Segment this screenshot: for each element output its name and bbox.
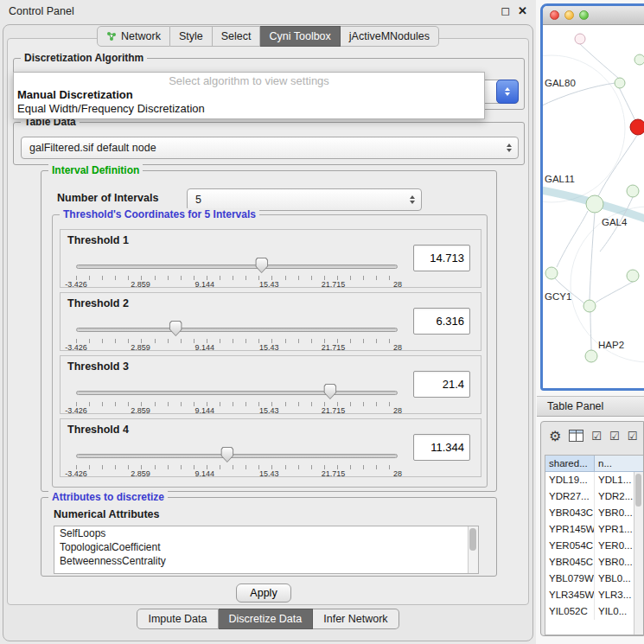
tab-style[interactable]: Style <box>170 26 213 47</box>
tab-infer-network[interactable]: Infer Network <box>313 609 399 629</box>
tab-select[interactable]: Select <box>213 26 261 47</box>
scale-label: 21.715 <box>322 469 346 478</box>
zoom-traffic-light-icon[interactable] <box>579 10 589 20</box>
table-scrollbar[interactable] <box>634 472 643 634</box>
close-icon[interactable]: ✕ <box>518 4 527 17</box>
close-traffic-light-icon[interactable] <box>550 10 559 20</box>
tab-discretize-data[interactable]: Discretize Data <box>219 609 314 629</box>
slider-thumb[interactable] <box>255 258 268 273</box>
list-item[interactable]: SelfLoops <box>54 526 478 540</box>
group-title: Attributes to discretize <box>48 491 168 503</box>
table-cell[interactable]: YDR27... <box>545 488 595 505</box>
scale-label: 9.144 <box>195 280 215 289</box>
network-node[interactable] <box>545 267 558 279</box>
column-selector-icon[interactable] <box>569 430 583 442</box>
network-node[interactable] <box>615 78 625 88</box>
list-scrollbar[interactable] <box>468 526 478 573</box>
number-of-intervals-label: Number of Intervals <box>57 192 158 204</box>
table-data-combobox[interactable]: galFiltered.sif default node <box>21 137 519 159</box>
slider-track[interactable] <box>76 454 398 458</box>
tab-impute-data[interactable]: Impute Data <box>137 609 218 629</box>
table-row[interactable]: YER054CYER0... <box>545 538 643 554</box>
scale-label: 28 <box>393 343 402 352</box>
scrollbar-thumb[interactable] <box>469 528 476 551</box>
table-row[interactable]: YBR043CYBR0... <box>545 505 643 521</box>
table-cell[interactable]: YLR345W <box>545 587 595 603</box>
threshold-2-value-field[interactable] <box>413 308 470 335</box>
network-node[interactable] <box>630 119 644 135</box>
slider-thumb[interactable] <box>220 447 233 462</box>
table-cell[interactable]: YPR145W <box>545 521 595 538</box>
checkbox-icon[interactable]: ☑ <box>591 430 602 443</box>
tab-cyni-toolbox[interactable]: Cyni Toolbox <box>260 26 340 47</box>
network-window-titlebar[interactable] <box>543 6 644 25</box>
scale-label: 2.859 <box>131 280 150 289</box>
threshold-1-value-field[interactable] <box>413 245 470 271</box>
dropdown-option-equal-width-frequency[interactable]: Equal Width/Frequency Discretization <box>14 102 484 116</box>
table-row[interactable]: YIL052CYIL0... <box>545 603 643 620</box>
scale-label: 2.859 <box>131 406 150 415</box>
network-node[interactable] <box>634 54 644 65</box>
threshold-label: Threshold 2 <box>67 297 129 309</box>
network-node[interactable] <box>586 195 603 213</box>
table-panel-header[interactable]: Table Panel <box>537 396 644 417</box>
threshold-1-row: Threshold 1 -3.426 2.859 9.144 15.43 21.… <box>60 229 481 288</box>
network-node[interactable] <box>583 300 596 312</box>
threshold-4-value-field[interactable] <box>413 434 470 461</box>
table-data-value: galFiltered.sif default node <box>29 142 156 154</box>
tab-jactivemnodules[interactable]: jActiveMNodules <box>341 26 439 47</box>
interval-definition-group: Interval Definition Number of Intervals … <box>41 170 497 492</box>
threshold-2-slider[interactable] <box>76 326 398 335</box>
slider-thumb[interactable] <box>169 321 182 336</box>
table-row[interactable]: YDR27...YDR2... <box>545 488 643 505</box>
checkbox-icon[interactable]: ☑ <box>628 430 638 443</box>
float-window-icon[interactable]: ◻ <box>501 4 510 17</box>
tab-network[interactable]: Network <box>97 26 170 47</box>
network-graph[interactable]: GAL80GAL11GAL4GCY1HAP2 <box>543 25 644 388</box>
slider-track[interactable] <box>76 391 398 395</box>
table-cell[interactable]: YER054C <box>545 538 595 554</box>
table-cell[interactable]: YBL079W <box>545 571 595 587</box>
table-row[interactable]: YLR345WYLR3... <box>545 587 643 603</box>
table-cell[interactable]: YIL052C <box>545 603 595 620</box>
network-node[interactable] <box>627 270 639 282</box>
scrollbar-thumb[interactable] <box>635 474 641 507</box>
table-cell[interactable]: YBR045C <box>545 554 595 571</box>
group-title: Interval Definition <box>48 164 143 176</box>
network-node[interactable] <box>575 34 585 44</box>
table-row[interactable]: YBR045CYBR0... <box>545 554 643 571</box>
network-node[interactable] <box>627 185 639 197</box>
slider-track[interactable] <box>76 265 398 269</box>
numerical-attributes-list[interactable]: SelfLoops TopologicalCoefficient Between… <box>54 526 479 574</box>
table-row[interactable]: YDL19...YDL1... <box>545 472 643 488</box>
gear-icon[interactable]: ⚙ <box>549 428 561 444</box>
threshold-1-slider[interactable] <box>76 263 398 271</box>
slider-thumb[interactable] <box>323 384 336 399</box>
network-node[interactable] <box>585 350 597 362</box>
table-cell[interactable]: YDL19... <box>545 472 595 488</box>
threshold-4-slider[interactable] <box>76 452 398 461</box>
table-row[interactable]: YBL079WYBL0... <box>545 571 643 587</box>
checkbox-icon[interactable]: ☑ <box>609 430 620 443</box>
scale-label: 28 <box>393 406 402 415</box>
scale-label: 2.859 <box>131 469 150 478</box>
apply-button[interactable]: Apply <box>236 583 291 603</box>
list-item[interactable]: BetweennessCentrality <box>54 554 478 568</box>
network-canvas[interactable]: GAL80GAL11GAL4GCY1HAP2 <box>543 25 644 388</box>
table-row[interactable]: YPR145WYPR1... <box>545 521 643 538</box>
column-header-name[interactable]: n... <box>595 456 643 472</box>
network-node-label: HAP2 <box>598 340 624 350</box>
column-header-shared-name[interactable]: shared... <box>545 456 595 472</box>
node-attribute-table: shared... n... YDL19...YDL1... YDR27...Y… <box>545 455 643 635</box>
threshold-coordinates-group: Threshold's Coordinates for 5 Intervals … <box>52 214 488 488</box>
minimize-traffic-light-icon[interactable] <box>564 10 574 20</box>
table-cell[interactable]: YBR043C <box>545 505 595 521</box>
threshold-3-value-field[interactable] <box>413 371 470 398</box>
threshold-3-slider[interactable] <box>76 389 398 398</box>
combobox-arrows-icon[interactable] <box>496 80 519 104</box>
dropdown-option-manual-discretization[interactable]: Manual Discretization <box>14 88 484 102</box>
bottom-tab-bar: Impute Data Discretize Data Infer Networ… <box>0 609 536 629</box>
list-item[interactable]: TopologicalCoefficient <box>54 540 478 554</box>
slider-track[interactable] <box>76 328 398 332</box>
scale-label: -3.426 <box>65 469 87 478</box>
